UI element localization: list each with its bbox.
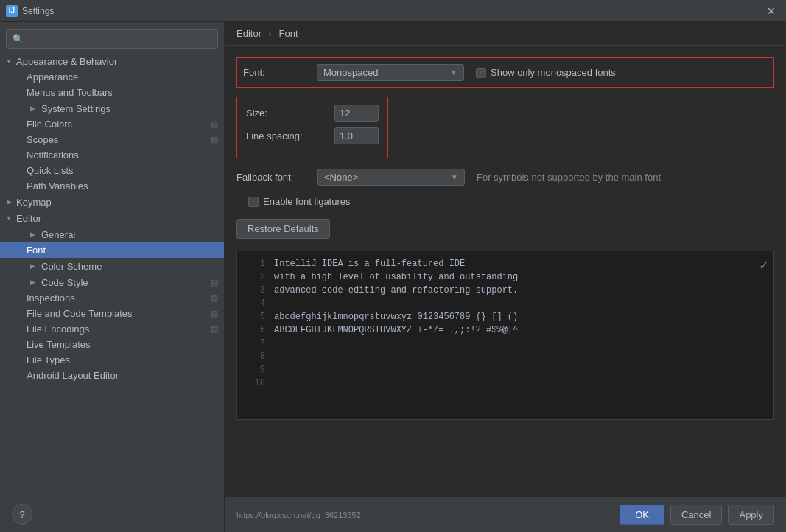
- preview-line-8: 8: [243, 350, 768, 363]
- show-monospaced-checkbox[interactable]: ✓: [476, 68, 486, 78]
- group-appearance-behavior[interactable]: ▼ Appearance & Behavior: [0, 53, 224, 69]
- size-input[interactable]: [334, 105, 379, 122]
- line-number: 7: [243, 337, 265, 350]
- help-button[interactable]: ?: [12, 504, 32, 525]
- chevron-right-icon: ▶: [27, 228, 38, 240]
- line-spacing-label: Line spacing:: [246, 130, 334, 141]
- page-icon: ▤: [211, 324, 218, 334]
- line-number: 3: [243, 284, 265, 297]
- fallback-label: Fallback font:: [236, 172, 317, 183]
- page-icon: ▤: [211, 309, 218, 318]
- bottom-bar: https://blog.csdn.net/qq_36213352 OK Can…: [225, 497, 786, 532]
- sidebar-item-appearance[interactable]: Appearance: [0, 69, 224, 85]
- breadcrumb-current: Font: [279, 28, 298, 39]
- line-number: 5: [243, 310, 265, 323]
- ligatures-checkbox[interactable]: [248, 197, 259, 207]
- section-keymap: ▶ Keymap: [0, 194, 224, 210]
- ligatures-label[interactable]: Enable font ligatures: [248, 196, 351, 207]
- main-content: ▼ Appearance & Behavior Appearance Menus…: [0, 22, 786, 532]
- breadcrumb-separator: ›: [269, 28, 272, 39]
- line-spacing-row: Line spacing:: [246, 127, 379, 144]
- preview-line-9: 9: [243, 363, 768, 377]
- close-button[interactable]: ✕: [762, 4, 780, 18]
- section-appearance-behavior: ▼ Appearance & Behavior Appearance Menus…: [0, 53, 224, 194]
- preview-line-6: 6 ABCDEFGHIJKLMNOPQRSTUVWXYZ +-*/= .,;:!…: [243, 323, 768, 337]
- restore-defaults-button[interactable]: Restore Defaults: [236, 219, 330, 239]
- sidebar-item-file-colors[interactable]: File Colors ▤: [0, 116, 224, 132]
- line-content: advanced code editing and refactoring su…: [274, 284, 518, 297]
- size-row: Size:: [246, 105, 379, 122]
- show-monospaced-label[interactable]: ✓ Show only monospaced fonts: [476, 67, 616, 78]
- line-number: 4: [243, 297, 265, 310]
- size-spacing-box: Size: Line spacing:: [236, 97, 388, 158]
- fallback-hint: For symbols not supported by the main fo…: [477, 172, 661, 183]
- title-bar: IJ Settings ✕: [0, 0, 786, 22]
- line-number: 1: [243, 257, 265, 270]
- group-keymap[interactable]: ▶ Keymap: [0, 194, 224, 210]
- search-input[interactable]: [6, 29, 218, 49]
- sidebar-item-scopes[interactable]: Scopes ▤: [0, 132, 224, 147]
- sidebar-item-file-encodings[interactable]: File Encodings ▤: [0, 321, 224, 337]
- dropdown-arrow-icon: ▼: [451, 173, 458, 181]
- sidebar-item-android-layout-editor[interactable]: Android Layout Editor: [0, 368, 224, 383]
- preview-line-4: 4: [243, 297, 768, 310]
- bottom-link: https://blog.csdn.net/qq_36213352: [236, 511, 361, 519]
- preview-area: 1 IntelliJ IDEA is a full-featured IDE 2…: [236, 251, 774, 420]
- sidebar-item-color-scheme[interactable]: ▶ Color Scheme: [0, 258, 224, 274]
- sidebar-item-quick-lists[interactable]: Quick Lists: [0, 163, 224, 178]
- group-label: Keymap: [16, 197, 52, 208]
- dropdown-arrow-icon: ▼: [450, 69, 457, 77]
- line-content: with a high level of usability and outst…: [274, 270, 518, 284]
- preview-line-10: 10: [243, 377, 768, 390]
- chevron-right-icon: ▶: [27, 102, 38, 114]
- fallback-row: Fallback font: <None> ▼ For symbols not …: [236, 169, 774, 186]
- search-container: [0, 25, 224, 53]
- checkmark-icon: ✓: [759, 257, 768, 273]
- sidebar-item-live-templates[interactable]: Live Templates: [0, 337, 224, 352]
- apply-button[interactable]: Apply: [728, 505, 774, 525]
- preview-line-1: 1 IntelliJ IDEA is a full-featured IDE: [243, 257, 768, 270]
- sidebar-item-general[interactable]: ▶ General: [0, 226, 224, 242]
- chevron-down-icon: ▼: [3, 212, 15, 224]
- sidebar-item-system-settings[interactable]: ▶ System Settings: [0, 100, 224, 116]
- fallback-dropdown[interactable]: <None> ▼: [317, 169, 465, 186]
- group-editor[interactable]: ▼ Editor: [0, 210, 224, 226]
- preview-line-3: 3 advanced code editing and refactoring …: [243, 284, 768, 297]
- font-value: Monospaced: [323, 67, 378, 78]
- font-row: Font: Monospaced ▼ ✓ Show only monospace…: [236, 57, 774, 88]
- line-spacing-input[interactable]: [334, 127, 379, 144]
- chevron-right-icon: ▶: [3, 196, 15, 208]
- fallback-value: <None>: [324, 172, 358, 183]
- cancel-button[interactable]: Cancel: [670, 505, 722, 525]
- font-dropdown[interactable]: Monospaced ▼: [317, 64, 464, 81]
- ligatures-row: Enable font ligatures: [236, 196, 774, 207]
- app-icon: IJ: [6, 5, 18, 17]
- sidebar-item-notifications[interactable]: Notifications: [0, 147, 224, 163]
- line-number: 8: [243, 350, 265, 363]
- size-label: Size:: [246, 108, 334, 119]
- sidebar-item-file-code-templates[interactable]: File and Code Templates ▤: [0, 306, 224, 321]
- sidebar: ▼ Appearance & Behavior Appearance Menus…: [0, 22, 225, 532]
- sidebar-item-menus-toolbars[interactable]: Menus and Toolbars: [0, 85, 224, 100]
- sidebar-item-inspections[interactable]: Inspections ▤: [0, 290, 224, 306]
- sidebar-item-code-style[interactable]: ▶ Code Style ▤: [0, 274, 224, 290]
- chevron-right-icon: ▶: [27, 276, 38, 288]
- page-icon: ▤: [211, 135, 218, 144]
- line-content: IntelliJ IDEA is a full-featured IDE: [274, 257, 465, 270]
- preview-line-2: 2 with a high level of usability and out…: [243, 270, 768, 284]
- group-label: Editor: [16, 213, 41, 224]
- chevron-right-icon: ▶: [27, 260, 38, 272]
- line-number: 9: [243, 363, 265, 377]
- sidebar-item-font[interactable]: Font: [0, 242, 224, 258]
- breadcrumb: Editor › Font: [225, 22, 786, 46]
- font-label: Font:: [243, 67, 317, 78]
- sidebar-item-path-variables[interactable]: Path Variables: [0, 178, 224, 194]
- page-icon: ▤: [211, 119, 218, 129]
- ok-button[interactable]: OK: [620, 505, 664, 525]
- section-editor: ▼ Editor ▶ General Font ▶ Color Scheme ▶…: [0, 210, 224, 383]
- sidebar-item-file-types[interactable]: File Types: [0, 352, 224, 368]
- line-content: abcdefghijklmnopqrstuvwxyz 0123456789 {}…: [274, 310, 518, 323]
- preview-line-7: 7: [243, 337, 768, 350]
- line-number: 10: [243, 377, 265, 390]
- line-number: 6: [243, 323, 265, 337]
